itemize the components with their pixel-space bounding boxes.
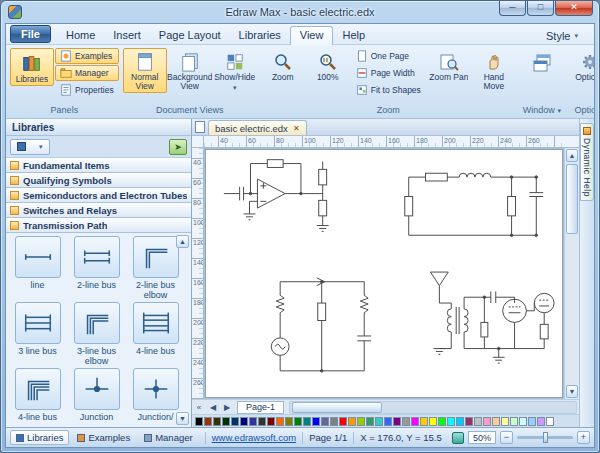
palette-color[interactable]	[195, 417, 203, 426]
maximize-button[interactable]: □	[527, 1, 554, 16]
show-hide-button[interactable]: Show/Hide ▾	[213, 48, 257, 94]
palette-color[interactable]	[231, 417, 239, 426]
palette-color[interactable]	[510, 417, 518, 426]
dynamic-help-tab[interactable]: Dynamic Help	[580, 123, 594, 201]
page-tab[interactable]: Page-1	[237, 401, 284, 414]
palette-color[interactable]	[240, 417, 248, 426]
examples-panel-button[interactable]: Examples	[55, 48, 119, 64]
symbol-item[interactable]: 3 line bus	[8, 302, 67, 366]
horizontal-scrollbar[interactable]	[289, 401, 577, 414]
library-category[interactable]: Transmission Path	[6, 218, 191, 233]
library-search-button[interactable]: ➤	[169, 139, 187, 155]
library-filter-dropdown[interactable]: ▾	[10, 139, 50, 155]
palette-color[interactable]	[258, 417, 266, 426]
page-width-button[interactable]: Page Width	[351, 65, 426, 81]
palette-color[interactable]	[339, 417, 347, 426]
palette-color[interactable]	[222, 417, 230, 426]
statusbar-tab-manager[interactable]: Manager	[138, 430, 199, 445]
options-button[interactable]: Options	[568, 48, 595, 84]
document-tab[interactable]: basic electric.edx ✕	[208, 120, 307, 135]
symbol-item[interactable]: 3-line bus elbow	[67, 302, 126, 366]
library-category[interactable]: Switches and Relays	[6, 203, 191, 218]
palette-color[interactable]	[501, 417, 509, 426]
palette-color[interactable]	[546, 417, 554, 426]
zoom-out-button[interactable]: −	[500, 431, 513, 444]
fit-window-icon[interactable]	[452, 432, 464, 444]
vertical-scrollbar[interactable]: ▲ ▼	[564, 148, 579, 399]
palette-color[interactable]	[330, 417, 338, 426]
symbol-item[interactable]: 2-line bus	[67, 236, 126, 300]
zoom-100-button[interactable]: 100%	[306, 48, 350, 84]
palette-color[interactable]	[267, 417, 275, 426]
palette-color[interactable]	[366, 417, 374, 426]
palette-color[interactable]	[492, 417, 500, 426]
palette-color[interactable]	[321, 417, 329, 426]
palette-color[interactable]	[411, 417, 419, 426]
palette-color[interactable]	[519, 417, 527, 426]
close-tab-icon[interactable]: ✕	[293, 124, 300, 133]
palette-color[interactable]	[447, 417, 455, 426]
palette-color[interactable]	[294, 417, 302, 426]
close-button[interactable]: ✕	[555, 1, 593, 16]
palette-color[interactable]	[348, 417, 356, 426]
palette-color[interactable]	[375, 417, 383, 426]
horizontal-ruler[interactable]: 406080100120140160180200220240260	[204, 136, 564, 148]
palette-color[interactable]	[420, 417, 428, 426]
ribbon-tab-help[interactable]: Help	[333, 27, 374, 44]
ribbon-tab-insert[interactable]: Insert	[104, 27, 150, 44]
one-page-button[interactable]: One Page	[351, 48, 426, 64]
palette-color[interactable]	[483, 417, 491, 426]
fit-to-shapes-button[interactable]: Fit to Shapes	[351, 82, 426, 98]
palette-color[interactable]	[204, 417, 212, 426]
zoom-level[interactable]: 50%	[468, 431, 496, 444]
background-view-button[interactable]: Background View	[168, 48, 212, 93]
file-menu-button[interactable]: File	[10, 25, 51, 43]
symbol-item[interactable]: 4-line bus	[8, 368, 67, 422]
palette-color[interactable]	[402, 417, 410, 426]
palette-color[interactable]	[276, 417, 284, 426]
palette-color[interactable]	[213, 417, 221, 426]
window-button[interactable]	[520, 48, 564, 76]
ribbon-tab-page-layout[interactable]: Page Layout	[150, 27, 230, 44]
normal-view-button[interactable]: Normal View	[123, 48, 167, 93]
first-page-button[interactable]: «	[192, 403, 206, 412]
palette-color[interactable]	[285, 417, 293, 426]
palette-color[interactable]	[429, 417, 437, 426]
scroll-up-arrow[interactable]: ▲	[566, 149, 578, 162]
symbol-item[interactable]: Junction	[67, 368, 126, 422]
scroll-up-button[interactable]: ▲	[176, 235, 189, 248]
previous-page-button[interactable]: ◀	[206, 403, 220, 412]
library-category[interactable]: Fundamental Items	[6, 158, 191, 173]
scroll-down-arrow[interactable]: ▼	[566, 385, 578, 398]
drawing-canvas[interactable]	[204, 148, 564, 399]
symbol-item[interactable]: line	[8, 236, 67, 300]
next-page-button[interactable]: ▶	[220, 403, 234, 412]
palette-color[interactable]	[357, 417, 365, 426]
ribbon-tab-libraries[interactable]: Libraries	[230, 27, 290, 44]
edrawsoft-link[interactable]: www.edrawsoft.com	[212, 432, 296, 443]
hand-move-button[interactable]: Hand Move	[472, 48, 516, 93]
manager-panel-button[interactable]: Manager	[55, 65, 119, 81]
library-category[interactable]: Semiconductors and Electron Tubes	[6, 188, 191, 203]
zoom-in-button[interactable]: +	[577, 431, 590, 444]
style-button[interactable]: Style ▾	[538, 28, 586, 44]
titlebar[interactable]: Edraw Max - basic electric.edx ─ □ ✕	[1, 1, 599, 23]
scrollbar-thumb[interactable]	[566, 164, 578, 234]
palette-color[interactable]	[384, 417, 392, 426]
statusbar-tab-examples[interactable]: Examples	[71, 430, 136, 445]
palette-color[interactable]	[438, 417, 446, 426]
palette-color[interactable]	[474, 417, 482, 426]
ribbon-tab-home[interactable]: Home	[57, 27, 104, 44]
library-category[interactable]: Qualifying Symbols	[6, 173, 191, 188]
palette-color[interactable]	[393, 417, 401, 426]
palette-color[interactable]	[465, 417, 473, 426]
zoom-slider-thumb[interactable]	[543, 432, 548, 443]
zoom-slider[interactable]	[517, 436, 573, 439]
palette-color[interactable]	[312, 417, 320, 426]
ribbon-tab-view[interactable]: View	[290, 26, 334, 45]
palette-color[interactable]	[249, 417, 257, 426]
zoom-button[interactable]: Zoom	[261, 48, 305, 84]
scrollbar-thumb[interactable]	[292, 402, 382, 413]
statusbar-tab-libraries[interactable]: Libraries	[10, 430, 69, 445]
palette-color[interactable]	[456, 417, 464, 426]
